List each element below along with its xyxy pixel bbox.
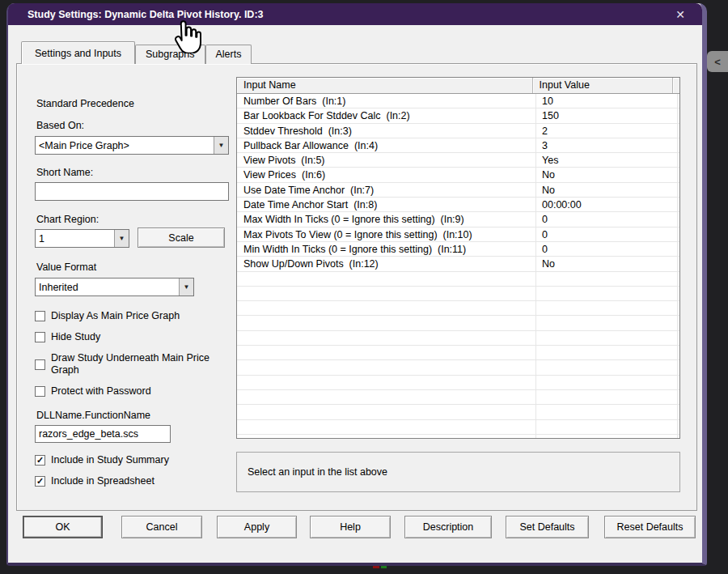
tab-alerts[interactable]: Alerts (205, 45, 252, 64)
input-hint-text: Select an input in the list above (248, 466, 387, 478)
inputs-table-header: Input NameInput Value (237, 78, 679, 94)
ok-button[interactable]: OK (23, 516, 103, 538)
tab-settings-and-inputs[interactable]: Settings and Inputs (21, 41, 135, 64)
table-row[interactable]: Number Of Bars (In:1)10 (237, 94, 679, 108)
short-name-input[interactable] (35, 182, 229, 201)
table-row[interactable]: Pullback Bar Allowance (In:4)3 (237, 138, 679, 153)
chart-region-value: 1 (36, 230, 114, 247)
study-settings-dialog: Study Settings: Dynamic Delta Pivot Hist… (6, 3, 707, 566)
set-defaults-button[interactable]: Set Defaults (506, 516, 589, 538)
value-format-value: Inherited (36, 278, 179, 296)
input-name-cell: Stddev Threshold (In:3) (237, 124, 535, 138)
column-header-input-name[interactable]: Input Name (237, 78, 533, 93)
checkbox-unchecked-icon[interactable] (35, 386, 45, 397)
input-value-cell: 150 (535, 108, 677, 123)
checkbox-hide-study[interactable]: Hide Study (35, 331, 227, 343)
table-row[interactable]: Bar Lookback For Stddev Calc (In:2)150 (237, 108, 679, 123)
checkbox-label: Display As Main Price Graph (51, 310, 180, 322)
input-value-cell: No (535, 168, 677, 182)
checkbox-label: Protect with Password (51, 385, 151, 398)
column-header-input-value[interactable]: Input Value (533, 78, 673, 93)
checkbox-display-as-main-price-graph[interactable]: Display As Main Price Graph (35, 310, 227, 322)
checkbox-unchecked-icon[interactable] (35, 359, 45, 370)
input-name-cell: Bar Lookback For Stddev Calc (In:2) (237, 108, 535, 123)
input-value-cell: No (535, 183, 677, 198)
chevron-left-icon: < (714, 56, 721, 68)
based-on-value: <Main Price Graph> (36, 137, 214, 154)
inputs-table: Input NameInput Value Number Of Bars (In… (236, 77, 680, 439)
table-row[interactable]: Max Pivots To View (0 = Ignore this sett… (237, 227, 679, 242)
description-button[interactable]: Description (404, 516, 492, 538)
input-name-cell: Pullback Bar Allowance (In:4) (237, 138, 535, 153)
input-value-cell: 0 (535, 212, 677, 227)
dll-function-label: DLLName.FunctionName (36, 410, 150, 421)
apply-button[interactable]: Apply (217, 516, 297, 538)
table-row[interactable]: Date Time Anchor Start (In:8)00:00:00 (237, 198, 679, 212)
checkbox-checked-icon[interactable]: ✓ (35, 455, 45, 466)
input-name-cell: Min Width In Ticks (0 = Ignore this sett… (237, 242, 535, 257)
precedence-label: Standard Precedence (36, 98, 134, 109)
checkbox-label: Hide Study (51, 331, 100, 343)
value-format-label: Value Format (36, 261, 96, 273)
based-on-label: Based On: (36, 120, 84, 131)
tab-subgraphs[interactable]: Subgraphs (135, 45, 205, 64)
checkbox-protect-with-password[interactable]: Protect with Password (35, 385, 227, 398)
input-value-cell: No (535, 257, 677, 271)
window-title: Study Settings: Dynamic Delta Pivot Hist… (8, 9, 264, 20)
close-icon[interactable]: ✕ (671, 3, 689, 25)
checkbox-unchecked-icon[interactable] (35, 311, 45, 321)
scale-button[interactable]: Scale (138, 227, 225, 248)
chart-region-label: Chart Region: (36, 214, 99, 225)
based-on-dropdown[interactable]: <Main Price Graph> ▼ (35, 136, 229, 155)
input-name-cell: Use Date Time Anchor (In:7) (237, 183, 535, 198)
checkbox-label: Draw Study Underneath Main Price Graph (51, 352, 227, 376)
checkbox-draw-study-underneath-main-price-graph[interactable]: Draw Study Underneath Main Price Graph (35, 352, 227, 376)
input-value-cell: 00:00:00 (535, 198, 677, 212)
table-row[interactable]: Show Up/Down Pivots (In:12)No (237, 257, 679, 271)
input-name-cell: Number Of Bars (In:1) (237, 94, 535, 108)
options-checkbox-group: Display As Main Price GraphHide StudyDra… (35, 310, 227, 398)
reset-defaults-button[interactable]: Reset Defaults (604, 516, 696, 538)
titlebar[interactable]: Study Settings: Dynamic Delta Pivot Hist… (8, 3, 702, 25)
table-row[interactable]: View Pivots (In:5)Yes (237, 153, 679, 168)
tab-bar: Settings and InputsSubgraphsAlerts (21, 41, 252, 64)
checkbox-unchecked-icon[interactable] (35, 332, 45, 342)
input-hint-box: Select an input in the list above (236, 452, 680, 492)
input-name-cell: Show Up/Down Pivots (In:12) (237, 257, 535, 271)
input-name-cell: Max Width In Ticks (0 = Ignore this sett… (237, 212, 535, 227)
dropdown-arrow-icon[interactable]: ▼ (114, 230, 129, 247)
chart-artifact-red (373, 566, 379, 568)
column-header-filler (673, 78, 679, 93)
checkbox-label: Include in Study Summary (51, 454, 169, 466)
dll-function-input[interactable] (35, 425, 171, 443)
input-value-cell: 3 (535, 138, 677, 153)
help-button[interactable]: Help (310, 516, 391, 538)
table-row[interactable]: Min Width In Ticks (0 = Ignore this sett… (237, 242, 679, 257)
input-name-cell: Max Pivots To View (0 = Ignore this sett… (237, 227, 535, 242)
cancel-button[interactable]: Cancel (121, 516, 202, 538)
table-row[interactable]: View Prices (In:6)No (237, 168, 679, 182)
input-value-cell: 10 (535, 94, 677, 108)
dropdown-arrow-icon[interactable]: ▼ (214, 137, 228, 154)
table-row[interactable]: Max Width In Ticks (0 = Ignore this sett… (237, 212, 679, 227)
input-value-cell: 2 (535, 124, 677, 138)
table-row[interactable]: Use Date Time Anchor (In:7)No (237, 183, 679, 198)
input-name-cell: View Pivots (In:5) (237, 153, 535, 168)
input-value-cell: Yes (535, 153, 677, 168)
value-format-dropdown[interactable]: Inherited ▼ (35, 278, 194, 296)
input-name-cell: View Prices (In:6) (237, 168, 535, 182)
inputs-table-body: Number Of Bars (In:1)10Bar Lookback For … (237, 94, 679, 438)
checkbox-label: Include in Spreadsheet (51, 475, 154, 487)
input-name-cell: Date Time Anchor Start (In:8) (237, 198, 535, 212)
table-row[interactable]: Stddev Threshold (In:3)2 (237, 124, 679, 138)
input-value-cell: 0 (535, 227, 677, 242)
checkbox-include-in-spreadsheet[interactable]: ✓Include in Spreadsheet (35, 475, 169, 487)
short-name-label: Short Name: (36, 167, 93, 178)
chart-region-dropdown[interactable]: 1 ▼ (35, 229, 129, 248)
checkbox-include-in-study-summary[interactable]: ✓Include in Study Summary (35, 454, 169, 466)
include-checkbox-group: ✓Include in Study Summary✓Include in Spr… (35, 454, 169, 487)
dropdown-arrow-icon[interactable]: ▼ (179, 278, 193, 296)
checkbox-checked-icon[interactable]: ✓ (35, 476, 45, 487)
chart-artifact-green (381, 566, 387, 568)
panel-collapse-tab[interactable]: < (707, 51, 728, 72)
